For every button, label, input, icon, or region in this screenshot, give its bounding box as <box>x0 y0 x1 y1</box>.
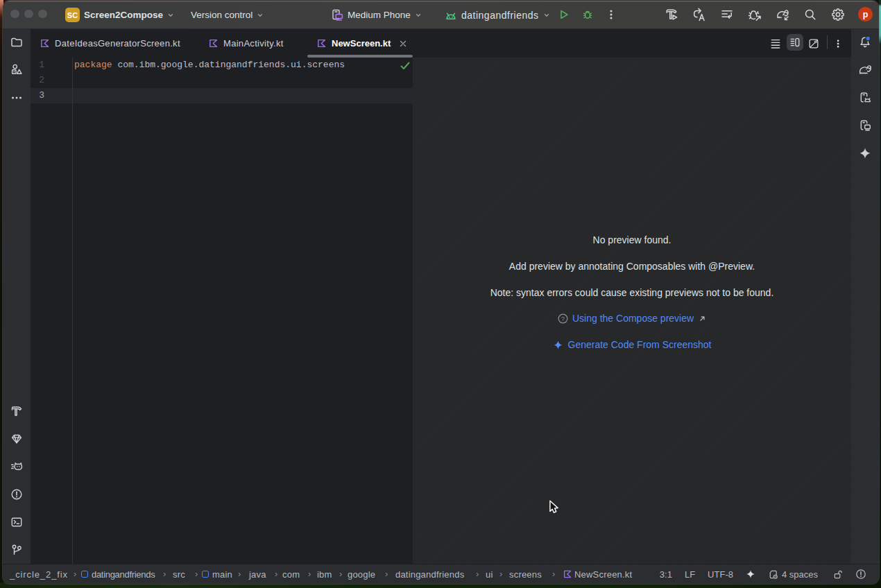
svg-text:?: ? <box>561 315 565 322</box>
